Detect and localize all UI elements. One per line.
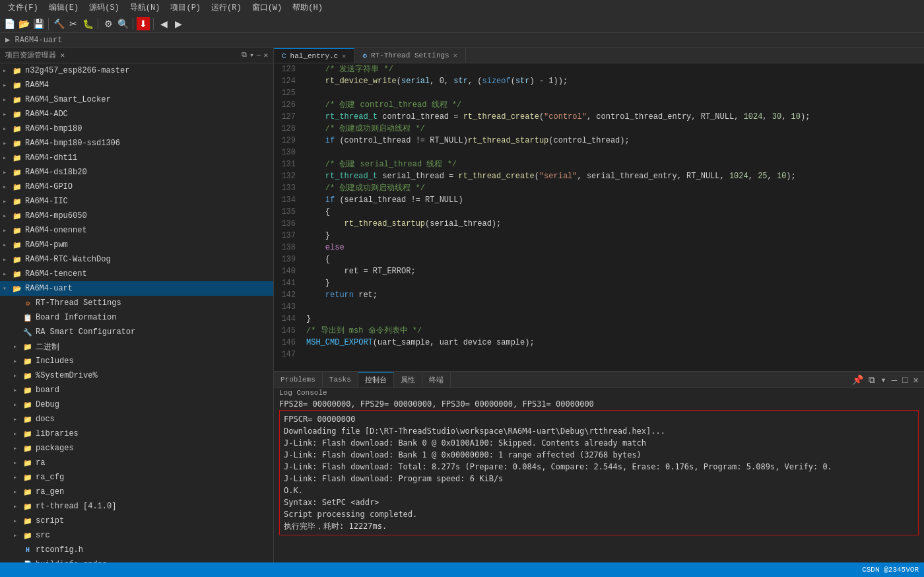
sidebar-item-6[interactable]: ▸📁RA6M4-dht11	[0, 151, 273, 165]
bottom-copy-btn[interactable]: ⧉	[867, 374, 876, 387]
sidebar-item-10[interactable]: ▸📁RA6M4-mpu6050	[0, 209, 273, 223]
menu-file[interactable]: 文件(F)	[3, 2, 44, 13]
sidebar-header-label: 项目资源管理器 ✕	[5, 50, 65, 60]
sidebar-item-31[interactable]: ▸📁script	[0, 514, 273, 528]
sidebar-item-27[interactable]: ▸📁ra	[0, 456, 273, 470]
sidebar-header-actions: ⧉ ▾ — ✕	[242, 51, 268, 59]
sidebar-item-4[interactable]: ▸📁RA6M4-bmp180	[0, 121, 273, 136]
toolbar-save-btn[interactable]: 💾	[32, 17, 45, 30]
sidebar-item-30[interactable]: ▸📁rt-thread [4.1.0]	[0, 499, 273, 514]
toolbar-open-btn[interactable]: 📂	[17, 17, 30, 30]
sidebar-item-12[interactable]: ▸📁RA6M4-pwm	[0, 238, 273, 252]
menu-run[interactable]: 运行(R)	[206, 2, 247, 13]
sidebar-close-btn[interactable]: ✕	[263, 51, 268, 59]
sidebar-item-18[interactable]: 🔧RA Smart Configurator	[0, 325, 273, 339]
sidebar-item-34[interactable]: 📄buildinfo.gpdsc	[0, 557, 273, 562]
sidebar-item-21[interactable]: ▸📁%SystemDrive%	[0, 368, 273, 383]
tree-icon-33: H	[22, 545, 33, 555]
sidebar-item-32[interactable]: ▸📁src	[0, 528, 273, 543]
menu-source[interactable]: 源码(S)	[84, 2, 125, 13]
editor-tab-0[interactable]: Chal_entry.c✕	[274, 48, 354, 63]
log-line-0: FPSCR= 00000000	[284, 413, 914, 425]
log-fps-line: FPS28= 00000000, FPS29= 00000000, FPS30=…	[279, 399, 919, 409]
bottom-menu-btn[interactable]: ▾	[879, 373, 887, 387]
bottom-maximize-btn[interactable]: □	[901, 374, 909, 387]
sidebar-item-20[interactable]: ▸📁Includes	[0, 354, 273, 368]
sidebar-item-9[interactable]: ▸📁RA6M4-IIC	[0, 194, 273, 209]
menu-window[interactable]: 窗口(W)	[247, 2, 288, 13]
code-line-7: 130	[274, 147, 924, 158]
menu-edit[interactable]: 编辑(E)	[44, 2, 84, 13]
sidebar-item-16[interactable]: ⚙RT-Thread Settings	[0, 296, 273, 310]
sidebar-item-15[interactable]: ▾📂RA6M4-uart	[0, 281, 273, 296]
bottom-tab-2[interactable]: 控制台	[358, 372, 394, 387]
sidebar-item-2[interactable]: ▸📁RA6M4_Smart_Locker	[0, 92, 273, 107]
toolbar-clean-btn[interactable]: ✂	[67, 17, 80, 30]
bottom-tab-1[interactable]: Tasks	[323, 372, 358, 387]
sidebar-item-26[interactable]: ▸📁packages	[0, 441, 273, 456]
sidebar-item-13[interactable]: ▸📁RA6M4-RTC-WatchDog	[0, 252, 273, 267]
code-line-12: 135 {	[274, 206, 924, 218]
sidebar-item-24[interactable]: ▸📁docs	[0, 412, 273, 426]
sidebar-item-8[interactable]: ▸📁RA6M4-GPIO	[0, 180, 273, 194]
bottom-tab-4[interactable]: 终端	[422, 372, 451, 387]
tab-close-1[interactable]: ✕	[453, 51, 457, 59]
line-content-2	[304, 87, 924, 99]
tree-icon-5: 📁	[12, 138, 22, 149]
sidebar-collapse-btn[interactable]: ⧉	[242, 51, 247, 59]
bottom-pin-btn[interactable]: 📌	[851, 373, 865, 387]
sidebar-item-3[interactable]: ▸📁RA6M4-ADC	[0, 107, 273, 121]
sidebar-item-0[interactable]: ▸📁n32g457_esp8266-master	[0, 63, 273, 78]
toolbar-download-btn[interactable]: ⬇	[137, 17, 150, 30]
toolbar-sep1	[48, 18, 49, 30]
sidebar-item-7[interactable]: ▸📁RA6M4-ds18b20	[0, 165, 273, 180]
bottom-tab-3[interactable]: 属性	[394, 372, 422, 387]
code-editor[interactable]: 123 /* 发送字符串 */124 rt_device_write(seria…	[274, 63, 924, 371]
toolbar-build-btn[interactable]: 🔨	[52, 17, 65, 30]
editor-tab-1[interactable]: ⚙RT-Thread Settings✕	[354, 48, 465, 63]
toolbar-forward-btn[interactable]: ▶	[172, 17, 185, 30]
code-line-20: 143	[274, 301, 924, 313]
tab-close-0[interactable]: ✕	[342, 52, 346, 60]
sidebar-item-1[interactable]: ▸📁RA6M4	[0, 78, 273, 92]
bottom-tab-0[interactable]: Problems	[274, 372, 323, 387]
bottom-close-btn[interactable]: ✕	[912, 373, 920, 387]
line-number-16: 139	[274, 254, 304, 265]
toolbar-settings-btn[interactable]: ⚙	[102, 17, 115, 30]
tree-icon-23: 📁	[22, 399, 33, 410]
menu-project[interactable]: 项目(P)	[165, 2, 206, 13]
log-output[interactable]: FPS28= 00000000, FPS29= 00000000, FPS30=…	[274, 398, 924, 562]
toolbar-debug-btn[interactable]: 🐛	[81, 17, 94, 30]
sidebar-item-11[interactable]: ▸📁RA6M4-onennet	[0, 223, 273, 238]
line-number-1: 124	[274, 75, 304, 87]
line-content-11: if (serial_thread != RT_NULL)	[304, 194, 924, 206]
line-content-24	[304, 349, 924, 360]
toolbar-back-btn[interactable]: ◀	[157, 17, 170, 30]
sidebar-item-28[interactable]: ▸📁ra_cfg	[0, 470, 273, 485]
tree-icon-24: 📁	[22, 414, 33, 424]
sidebar-header: 项目资源管理器 ✕ ⧉ ▾ — ✕	[0, 48, 273, 63]
sidebar-item-23[interactable]: ▸📁Debug	[0, 397, 273, 412]
menu-navigate[interactable]: 导航(N)	[125, 2, 166, 13]
sidebar-item-33[interactable]: Hrtconfig.h	[0, 543, 273, 557]
toolbar-new-btn[interactable]: 📄	[3, 17, 16, 30]
tree-icon-22: 📁	[22, 385, 33, 395]
line-number-3: 126	[274, 99, 304, 111]
bottom-minimize-btn[interactable]: —	[890, 374, 898, 387]
sidebar-item-25[interactable]: ▸📁libraries	[0, 426, 273, 441]
sidebar-item-22[interactable]: ▸📁board	[0, 383, 273, 397]
sidebar-item-29[interactable]: ▸📁ra_gen	[0, 485, 273, 499]
sidebar-item-19[interactable]: ▸📁二进制	[0, 339, 273, 354]
sidebar-item-5[interactable]: ▸📁RA6M4-bmp180-ssd1306	[0, 136, 273, 151]
sidebar-item-14[interactable]: ▸📁RA6M4-tencent	[0, 267, 273, 281]
sidebar-menu-btn[interactable]: ▾	[249, 51, 254, 59]
tree-icon-11: 📁	[12, 225, 22, 236]
line-number-22: 145	[274, 325, 304, 337]
toolbar-search-btn[interactable]: 🔍	[116, 17, 129, 30]
sidebar-item-17[interactable]: 📋Board Information	[0, 310, 273, 325]
status-text: CSDN @2345VOR	[862, 566, 919, 574]
menu-help[interactable]: 帮助(H)	[287, 2, 328, 13]
tree-label-26: packages	[36, 444, 74, 453]
tree-label-28: ra_cfg	[36, 473, 64, 482]
sidebar-minimize-btn[interactable]: —	[257, 51, 261, 59]
